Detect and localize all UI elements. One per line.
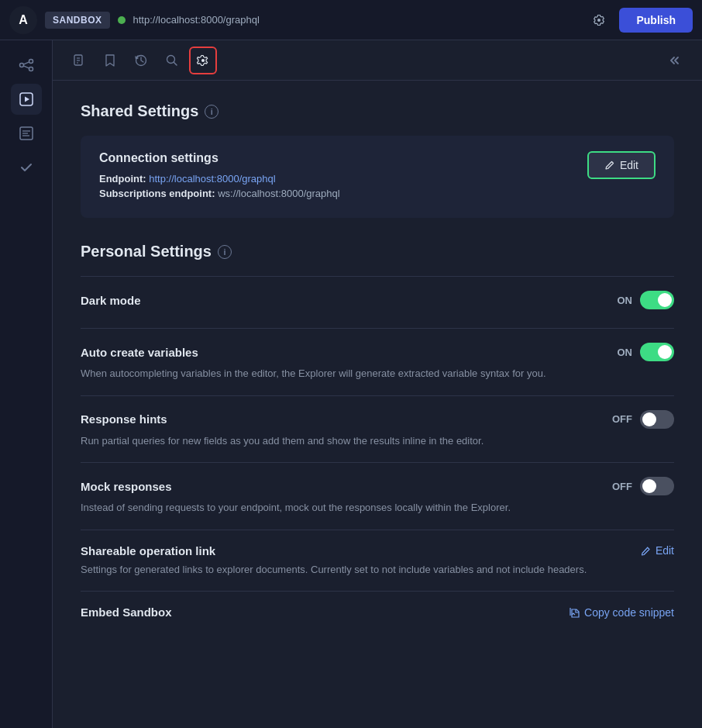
response-hints-toggle[interactable]: [640, 410, 674, 429]
copy-code-snippet-label: Copy code snippet: [584, 606, 674, 619]
endpoint-link[interactable]: http://localhost:8000/graphql: [149, 173, 275, 185]
sandbox-badge: SANDBOX: [45, 12, 110, 29]
toolbar-document-button[interactable]: [65, 47, 93, 74]
shareable-link-label: Shareable operation link: [81, 544, 215, 557]
sidebar-icon-check[interactable]: [11, 152, 42, 183]
copy-code-snippet-button[interactable]: Copy code snippet: [569, 606, 674, 619]
endpoint-url: http://localhost:8000/graphql: [133, 14, 580, 26]
auto-create-variables-row: Auto create variables ON When autocomple…: [81, 329, 674, 396]
dark-mode-label: Dark mode: [81, 294, 141, 307]
shareable-link-desc: Settings for generated links to explorer…: [81, 562, 674, 578]
main-layout: Shared Settings i Connection settings En…: [0, 40, 702, 728]
svg-line-17: [174, 62, 177, 65]
sidebar-icon-play[interactable]: [11, 84, 42, 115]
toolbar-bookmark-button[interactable]: [96, 47, 124, 74]
settings-body: Shared Settings i Connection settings En…: [53, 81, 702, 728]
connection-info: Connection settings Endpoint: http://loc…: [99, 151, 340, 202]
mock-responses-label: Mock responses: [81, 480, 172, 493]
mock-responses-row: Mock responses OFF Instead of sending re…: [81, 463, 674, 530]
embed-sandbox-row: Embed Sandbox Copy code snippet: [81, 592, 674, 633]
toolbar-collapse-button[interactable]: [662, 47, 690, 74]
svg-line-3: [23, 62, 29, 64]
auto-create-variables-toggle[interactable]: [640, 343, 674, 361]
connection-status-indicator: [118, 16, 126, 24]
svg-marker-6: [25, 97, 29, 102]
shared-settings-title: Shared Settings i: [81, 102, 674, 120]
shareable-link-row: Shareable operation link Edit Settings f…: [81, 530, 674, 592]
sidebar-icon-schema[interactable]: [11, 118, 42, 149]
mock-responses-status: OFF: [612, 481, 632, 492]
svg-point-0: [19, 64, 23, 67]
personal-settings-section: Personal Settings i Dark mode ON: [81, 243, 674, 633]
response-hints-status: OFF: [612, 413, 632, 425]
mock-responses-desc: Instead of sending requests to your endp…: [81, 500, 674, 516]
shared-settings-title-text: Shared Settings: [81, 102, 198, 120]
sidebar-icon-graph[interactable]: [11, 50, 42, 81]
publish-button[interactable]: Publish: [619, 8, 693, 33]
embed-sandbox-label: Embed Sandbox: [81, 606, 172, 619]
dark-mode-row: Dark mode ON: [81, 277, 674, 329]
connection-title: Connection settings: [99, 151, 340, 165]
mock-responses-toggle[interactable]: [640, 477, 674, 495]
svg-line-4: [23, 66, 29, 68]
shareable-link-edit-label: Edit: [656, 544, 674, 557]
svg-point-18: [201, 59, 205, 62]
personal-settings-title-text: Personal Settings: [81, 243, 212, 260]
main-content: Shared Settings i Connection settings En…: [53, 40, 702, 728]
dark-mode-toggle[interactable]: [640, 291, 674, 309]
svg-point-1: [29, 60, 33, 64]
shared-settings-info-icon[interactable]: i: [205, 105, 219, 119]
auto-create-variables-desc: When autocompleting variables in the edi…: [81, 366, 674, 381]
response-hints-label: Response hints: [81, 412, 167, 426]
topbar-gear-button[interactable]: [587, 8, 611, 33]
subscriptions-row: Subscriptions endpoint: ws://localhost:8…: [99, 188, 340, 199]
personal-settings-info-icon[interactable]: i: [218, 245, 232, 259]
subscriptions-value: ws://localhost:8000/graphql: [218, 188, 340, 199]
logo-text: A: [19, 13, 28, 27]
response-hints-desc: Run partial queries for new fields as yo…: [81, 433, 674, 449]
connection-edit-button[interactable]: Edit: [587, 151, 656, 179]
connection-edit-label: Edit: [620, 159, 638, 171]
connection-settings-card: Connection settings Endpoint: http://loc…: [81, 136, 674, 218]
auto-create-variables-status: ON: [618, 347, 633, 358]
sidebar: [0, 40, 53, 728]
topbar: A SANDBOX http://localhost:8000/graphql …: [0, 0, 702, 40]
auto-create-variables-label: Auto create variables: [81, 346, 198, 359]
logo-button[interactable]: A: [9, 6, 37, 34]
svg-point-2: [29, 67, 33, 71]
toolbar-history-button[interactable]: [127, 47, 155, 74]
personal-settings-title: Personal Settings i: [81, 243, 674, 260]
shared-settings-section: Shared Settings i Connection settings En…: [81, 102, 674, 218]
toolbar-search-button[interactable]: [158, 47, 186, 74]
dark-mode-status: ON: [618, 295, 633, 306]
response-hints-row: Response hints OFF Run partial queries f…: [81, 396, 674, 464]
shareable-link-edit-button[interactable]: Edit: [641, 544, 674, 557]
toolbar-settings-button[interactable]: [189, 47, 217, 74]
endpoint-label: Endpoint:: [99, 173, 146, 185]
icon-toolbar: [53, 40, 702, 81]
endpoint-row: Endpoint: http://localhost:8000/graphql: [99, 173, 340, 185]
subscriptions-label: Subscriptions endpoint:: [99, 188, 215, 199]
